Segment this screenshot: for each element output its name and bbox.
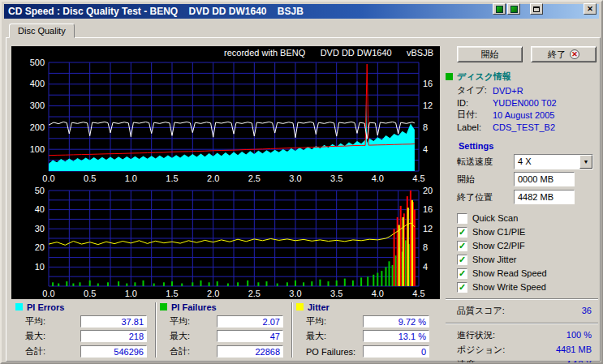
svg-text:50: 50 [35,186,45,195]
position-row: ポジション: 4481 MB [444,342,600,357]
checkbox-icon[interactable]: ✓ [457,255,467,265]
titlebar-chart-icon-button[interactable] [493,3,506,15]
svg-text:8: 8 [423,122,428,132]
exit-icon: ✕ [570,49,579,59]
disc-label-value: CDS_TEST_B2 [493,122,555,132]
start-button[interactable]: 開始 [457,46,523,62]
svg-text:30: 30 [35,224,45,233]
pi-failures-max: 47 [217,330,283,342]
chart-icon [496,6,503,13]
disc-info-title: ディスク情報 [457,71,511,83]
start-position-row: 開始 0000 MB [444,170,600,188]
svg-text:3.5: 3.5 [330,173,342,183]
svg-text:12: 12 [423,101,433,110]
quality-score-row: 品質スコア: 36 [444,303,600,318]
svg-text:2.0: 2.0 [207,173,219,183]
stat-title: PI Errors [27,302,64,312]
svg-text:40: 40 [35,204,45,214]
tab-disc-quality[interactable]: Disc Quality [9,24,75,38]
app-window: CD Speed : Disc Quality Test - BENQ DVD … [0,0,603,364]
progress-row: 進行状況: 100 % [444,328,600,342]
svg-text:3.5: 3.5 [330,289,342,298]
end-position-field[interactable]: 4482 MB [514,190,575,204]
stat-title: PI Failures [171,302,217,312]
end-position-row: 終了位置 4482 MB [444,188,600,206]
svg-text:0.0: 0.0 [42,173,54,183]
control-panel: 開始 終了 ✕ ディスク情報 タイプ: DVD+R ID: YUDEN000 T… [444,45,600,359]
divider [446,323,598,324]
pi-errors-chart: 1002003004005004812160.00.51.01.52.02.53… [11,58,440,184]
checkbox-show-c2-pif[interactable]: ✓ Show C2/PIF [457,239,600,252]
svg-text:400: 400 [30,79,45,88]
svg-text:1.0: 1.0 [125,289,137,298]
svg-text:16: 16 [423,204,433,214]
svg-text:4.0: 4.0 [372,289,384,298]
minimize-button[interactable] [530,3,543,15]
checkbox-quick-scan[interactable]: Quick Scan [457,212,600,225]
svg-text:4.5: 4.5 [412,173,424,183]
stat-group-pi-failures: PI Failures 平均:2.07 最大:47 合計:22868 [157,301,291,359]
checkbox-show-c1-pie[interactable]: ✓ Show C1/PIE [457,225,600,238]
pi-failures-legend-swatch [160,303,167,310]
svg-text:8: 8 [423,242,428,252]
svg-text:2.5: 2.5 [248,289,261,298]
po-failures-value: 0 [363,345,429,358]
svg-text:2.5: 2.5 [248,173,261,183]
close-icon: ✕ [587,5,593,13]
transfer-speed-row: 転送速度 4 X ▼ [444,152,600,170]
pi-errors-legend-swatch [15,303,23,310]
svg-text:4.0: 4.0 [372,173,384,183]
disc-date-row: 日付: 10 August 2005 [444,109,600,121]
svg-text:0.5: 0.5 [84,289,96,298]
disc-type-value: DVD+R [493,86,523,96]
pi-errors-max: 218 [80,330,147,342]
checkbox-show-read-speed[interactable]: ✓ Show Read Speed [457,267,600,280]
checkbox-show-write-speed[interactable]: ✓ Show Write Speed [457,280,600,293]
svg-text:20: 20 [35,242,45,252]
exit-button[interactable]: 終了 ✕ [531,46,597,62]
svg-text:3.0: 3.0 [289,173,301,183]
stat-title: Jitter [308,302,329,312]
close-button[interactable]: ✕ [584,3,597,15]
main-panel: recorded with BENQ DVD DD DW1640 vBSJB 1… [6,37,601,362]
progress-value: 100 % [566,330,592,340]
svg-text:20: 20 [423,186,433,195]
checkbox-icon[interactable] [457,213,467,224]
checkbox-show-jitter[interactable]: ✓ Show Jitter [457,253,600,266]
svg-text:1.0: 1.0 [125,173,137,183]
svg-text:100: 100 [30,144,45,154]
svg-text:4: 4 [423,262,428,272]
svg-text:3.0: 3.0 [289,289,301,298]
pi-failures-jitter-chart: 1020304050481216200.00.51.01.52.02.53.03… [11,186,440,299]
speed-value: 4.18 X [566,359,592,364]
svg-text:500: 500 [30,58,45,67]
titlebar-disc-icon-button[interactable] [507,3,520,15]
disc-id-value: YUDEN000 T02 [493,98,557,108]
svg-text:300: 300 [30,101,45,110]
speed-select[interactable]: 4 X ▼ [514,154,593,169]
chart-area: recorded with BENQ DVD DD DW1640 vBSJB 1… [11,46,440,299]
settings-title: Settings [459,141,493,151]
stats-bar: PI Errors 平均:37.81 最大:218 合計:546296 PI F… [12,301,441,359]
svg-text:1.5: 1.5 [166,289,178,298]
svg-text:0.5: 0.5 [84,173,96,183]
disc-info-icon [446,73,453,80]
disc-date-value: 10 August 2005 [493,110,554,120]
disc-icon [510,6,518,13]
disc-id-row: ID: YUDEN000 T02 [444,96,600,109]
divider [446,298,598,300]
svg-text:12: 12 [423,224,433,233]
pi-failures-avg: 2.07 [217,315,283,328]
quality-score-value: 36 [582,306,592,315]
stat-group-pi-errors: PI Errors 平均:37.81 最大:218 合計:546296 [12,301,155,359]
svg-text:2.0: 2.0 [207,289,219,298]
checkbox-icon[interactable]: ✓ [457,241,467,251]
checkbox-icon[interactable]: ✓ [457,227,467,238]
tab-label: Disc Quality [18,26,66,36]
disc-label-row: Label: CDS_TEST_B2 [444,121,600,133]
start-position-field[interactable]: 0000 MB [514,172,575,186]
checkbox-icon[interactable]: ✓ [457,268,467,279]
recorded-with-text: recorded with BENQ DVD DD DW1640 vBSJB [11,46,440,58]
chevron-down-icon[interactable]: ▼ [579,155,592,169]
checkbox-icon[interactable]: ✓ [457,282,467,293]
